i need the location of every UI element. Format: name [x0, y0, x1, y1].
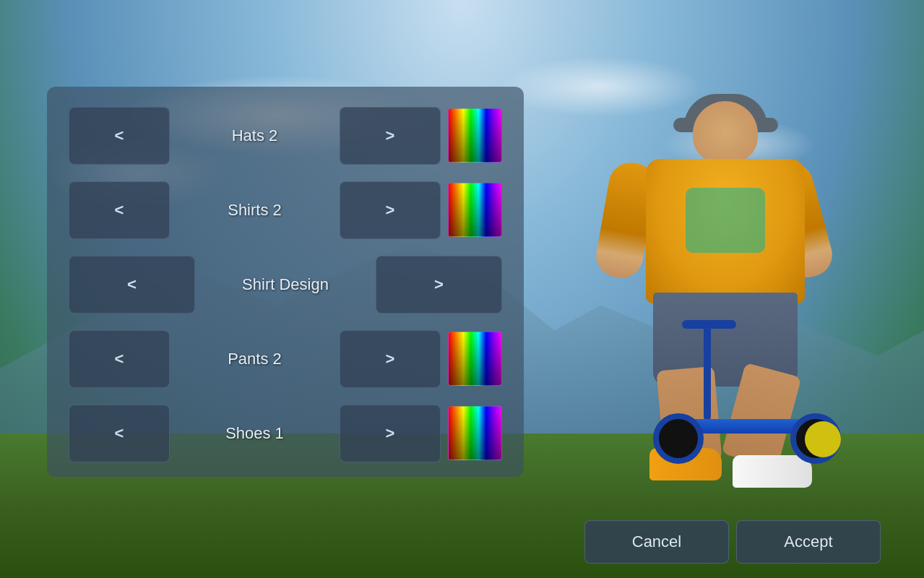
shirt-design-prev-button[interactable]: < — [69, 256, 195, 314]
pants-color-swatch[interactable] — [448, 332, 502, 386]
shoes-label: Shoes 1 — [177, 424, 332, 443]
scooter-stem — [704, 327, 711, 420]
shirts-color-swatch[interactable] — [448, 183, 502, 237]
hats-prev-button[interactable]: < — [69, 107, 170, 165]
shirts-row: < Shirts 2 > — [69, 176, 502, 244]
scooter-wheel-yellow — [805, 421, 841, 457]
character-shirt — [646, 159, 805, 303]
character-head — [693, 101, 758, 163]
shirt-design-next-button[interactable]: > — [376, 256, 502, 314]
pants-label: Pants 2 — [177, 350, 332, 368]
hats-color-swatch[interactable] — [448, 108, 502, 163]
customization-panel: < Hats 2 > < Shirts 2 > < Shirt Design >… — [47, 87, 524, 477]
cancel-button[interactable]: Cancel — [584, 520, 729, 564]
scooter-handlebar — [682, 320, 736, 329]
shoes-color-swatch[interactable] — [448, 406, 502, 460]
pants-row: < Pants 2 > — [69, 324, 502, 393]
character-figure — [588, 87, 863, 506]
shoes-next-button[interactable]: > — [340, 405, 441, 462]
pants-prev-button[interactable]: < — [69, 330, 170, 388]
character-shirt-design — [686, 188, 765, 253]
pants-next-button[interactable]: > — [340, 330, 441, 388]
accept-button[interactable]: Accept — [736, 520, 881, 564]
bottom-bar: Cancel Accept — [584, 520, 881, 564]
hats-label: Hats 2 — [177, 126, 332, 145]
shoes-prev-button[interactable]: < — [69, 405, 170, 462]
shirt-design-row: < Shirt Design > — [69, 250, 502, 319]
shirts-next-button[interactable]: > — [340, 181, 441, 239]
character-preview — [563, 58, 888, 506]
scooter-wheel-back — [653, 413, 704, 464]
hats-row: < Hats 2 > — [69, 101, 502, 170]
character-scooter — [631, 340, 863, 484]
shirts-label: Shirts 2 — [177, 201, 332, 220]
hats-next-button[interactable]: > — [340, 107, 441, 165]
shoes-row: < Shoes 1 > — [69, 399, 502, 467]
shirts-prev-button[interactable]: < — [69, 181, 170, 239]
shirt-design-label: Shirt Design — [202, 275, 368, 294]
